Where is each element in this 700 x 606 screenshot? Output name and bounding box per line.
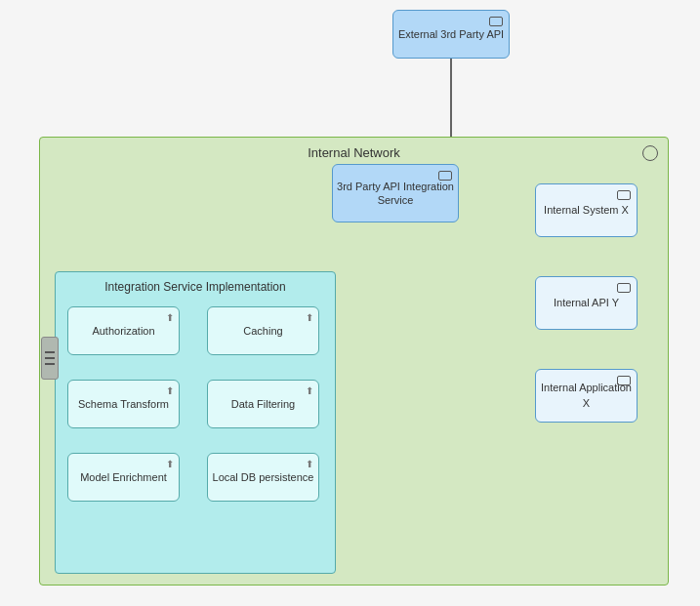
expand-handle[interactable] [41,337,59,380]
component-icon-service [438,171,452,181]
component-icon [489,17,503,26]
internal-application-x-box[interactable]: Internal Application X [535,369,638,423]
up-icon-schema: ⬆ [166,385,174,396]
impl-box: Integration Service Implementation ⬆ Aut… [55,271,336,574]
handle-line-2 [45,357,55,359]
up-icon-data-filtering: ⬆ [306,385,313,396]
component-icon-app-x [617,376,631,385]
up-icon-caching: ⬆ [306,312,313,323]
circle-icon [642,145,658,161]
service-box[interactable]: 3rd Party API Integration Service [332,164,459,222]
internal-system-x-label: Internal System X [544,203,629,218]
handle-line-3 [45,363,55,365]
up-icon-authorization: ⬆ [166,312,174,323]
local-db-box[interactable]: ⬆ Local DB persistence [207,453,319,502]
schema-transform-label: Schema Transform [78,397,169,411]
service-label: 3rd Party API Integration Service [333,180,458,208]
model-enrichment-label: Model Enrichment [80,470,167,484]
internal-api-y-label: Internal API Y [554,296,619,310]
authorization-label: Authorization [92,324,154,338]
external-api-box[interactable]: External 3rd Party API [392,10,510,59]
component-icon-api-y [617,283,631,293]
internal-api-y-box[interactable]: Internal API Y [535,276,638,330]
internal-system-x-box[interactable]: Internal System X [535,183,638,237]
local-db-label: Local DB persistence [213,470,314,484]
caching-label: Caching [243,324,282,338]
canvas: External 3rd Party API Internal Network … [0,0,700,606]
impl-label: Integration Service Implementation [104,280,285,294]
up-icon-local-db: ⬆ [306,459,313,469]
internal-network-label: Internal Network [308,145,400,160]
up-icon-model: ⬆ [166,459,174,469]
caching-box[interactable]: ⬆ Caching [207,306,319,355]
authorization-box[interactable]: ⬆ Authorization [67,306,180,355]
schema-transform-box[interactable]: ⬆ Schema Transform [67,380,180,428]
model-enrichment-box[interactable]: ⬆ Model Enrichment [67,453,180,502]
component-icon-system-x [617,190,631,200]
data-filtering-label: Data Filtering [231,397,295,411]
external-api-label: External 3rd Party API [398,27,504,41]
data-filtering-box[interactable]: ⬆ Data Filtering [207,380,319,428]
handle-line-1 [45,351,55,353]
